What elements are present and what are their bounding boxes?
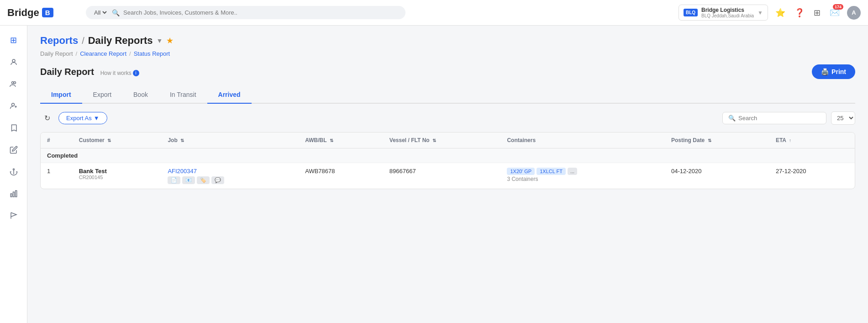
svg-rect-8 [11,194,12,197]
svg-point-0 [12,59,15,62]
job-icons: 📄 📧 🏷️ 💬 [168,176,292,184]
containers-more-button[interactable]: ... [568,168,577,175]
sidebar-item-dashboard[interactable]: ⊞ [5,31,23,49]
report-title: Daily Report [40,67,94,77]
tab-arrived[interactable]: Arrived [207,86,252,104]
favorite-star-icon[interactable]: ★ [166,36,174,46]
col-job[interactable]: Job ⇅ [161,132,299,148]
page-size-select[interactable]: 25 [831,111,855,125]
topnav: Bridge B All 🔍 BLQ Bridge Logistics BLQ … [0,0,868,26]
container-badge-lcl: 1XLCL FT [537,168,566,175]
table-search-input[interactable] [738,115,821,122]
table-search-icon: 🔍 [728,115,736,122]
customer-name: Bank Test [79,168,155,175]
svg-rect-10 [15,191,16,197]
info-icon: i [133,70,139,76]
customer-ref: CR200145 [79,175,155,180]
tab-in-transit[interactable]: In Transit [159,86,207,104]
row-posting-date: 04-12-2020 [665,163,769,189]
sidebar-item-charts[interactable] [5,185,23,203]
sort-icon-job: ⇅ [180,138,184,143]
col-awb[interactable]: AWB/BL ⇅ [299,132,383,148]
breadcrumbs: Daily Report / Clearance Report / Status… [40,50,855,57]
topnav-right: BLQ Bridge Logistics BLQ Jeddah,Saudi Ar… [679,5,861,21]
sort-icon-customer: ⇅ [107,138,111,143]
row-vessel: 89667667 [383,163,501,189]
col-vessel[interactable]: Vessel / FLT No ⇅ [383,132,501,148]
sort-icon-eta: ↑ [789,138,791,143]
favorite-button[interactable]: ⭐ [773,6,787,20]
sidebar: ⊞ [0,26,27,323]
toolbar-left: ↻ Export As ▼ [40,111,107,125]
sort-icon-awb: ⇅ [330,138,333,143]
notification-badge: 174 [833,4,843,10]
company-info: Bridge Logistics BLQ Jeddah,Saudi Arabia [701,7,754,18]
page-title: Daily Reports [88,35,153,47]
col-posting-date[interactable]: Posting Date ⇅ [665,132,769,148]
container-badge-20gp: 1X20' GP [507,168,535,175]
svg-rect-9 [13,192,14,197]
col-eta[interactable]: ETA ↑ [769,132,855,148]
search-filter-select[interactable]: All [92,9,108,16]
sidebar-item-team[interactable] [5,75,23,93]
grid-button[interactable]: ⊞ [812,6,822,20]
company-sub: BLQ Jeddah,Saudi Arabia [701,13,754,18]
breadcrumb-status-report[interactable]: Status Report [134,50,170,57]
sidebar-item-flag[interactable] [5,207,23,225]
sort-icon-vessel: ⇅ [432,138,436,143]
section-completed: Completed [41,148,855,163]
main-content: Reports / Daily Reports ▼ ★ Daily Report… [27,26,868,323]
row-customer: Bank Test CR200145 [73,163,162,189]
logo-icon: B [42,8,53,17]
notifications-button[interactable]: ✉️ 174 [828,6,842,20]
breadcrumb-sep-1: / [76,50,78,57]
row-job: AFI200347 📄 📧 🏷️ 💬 [161,163,299,189]
svg-point-3 [11,103,14,106]
table-search-field[interactable]: 🔍 [722,112,826,124]
tab-export[interactable]: Export [82,86,122,104]
col-num: # [41,132,73,148]
tab-book[interactable]: Book [122,86,159,104]
refresh-button[interactable]: ↻ [40,111,54,125]
svg-point-2 [14,82,16,84]
toolbar-right: 🔍 25 [722,111,855,125]
col-containers: Containers [500,132,665,148]
logo[interactable]: Bridge B [7,7,80,19]
avatar[interactable]: A [847,6,861,20]
print-icon: 🖨️ [821,68,829,75]
tab-import[interactable]: Import [40,86,82,104]
breadcrumb-daily-report[interactable]: Daily Report [40,50,73,57]
help-button[interactable]: ❓ [793,6,806,20]
sidebar-item-bookmarks[interactable] [5,119,23,137]
company-selector[interactable]: BLQ Bridge Logistics BLQ Jeddah,Saudi Ar… [679,5,768,21]
company-dropdown-icon: ▼ [758,10,763,16]
row-num: 1 [41,163,73,189]
page-header: Reports / Daily Reports ▼ ★ [40,35,855,47]
sidebar-item-anchor[interactable] [5,163,23,181]
title-dropdown-icon[interactable]: ▼ [157,37,163,44]
toolbar: ↻ Export As ▼ 🔍 25 [40,111,855,125]
svg-point-6 [13,169,14,170]
company-name: Bridge Logistics [701,7,754,13]
global-search-bar[interactable]: All 🔍 [86,6,405,19]
logo-text: Bridge [7,7,39,19]
job-icon-tag: 🏷️ [197,176,210,184]
breadcrumb-clearance-report[interactable]: Clearance Report [80,50,126,57]
reports-link[interactable]: Reports [40,35,78,47]
search-input[interactable] [123,9,399,16]
breadcrumb-sep-2: / [129,50,131,57]
job-icon-email: 📧 [182,176,195,184]
how-it-works-link[interactable]: How it works i [100,70,139,76]
sidebar-item-add-user[interactable] [5,97,23,115]
print-button[interactable]: 🖨️ Print [812,64,855,79]
company-logo: BLQ [684,9,698,16]
sidebar-item-edit[interactable] [5,141,23,159]
col-customer[interactable]: Customer ⇅ [73,132,162,148]
job-id[interactable]: AFI200347 [168,168,292,175]
layout: ⊞ Reports / Daily Reports [0,26,868,323]
search-icon: 🔍 [112,9,120,16]
sidebar-item-contacts[interactable] [5,53,23,71]
row-containers: 1X20' GP 1XLCL FT ... 3 Containers [500,163,665,189]
export-as-button[interactable]: Export As ▼ [58,112,107,124]
table-header-row: # Customer ⇅ Job ⇅ AWB/BL ⇅ [41,132,855,148]
